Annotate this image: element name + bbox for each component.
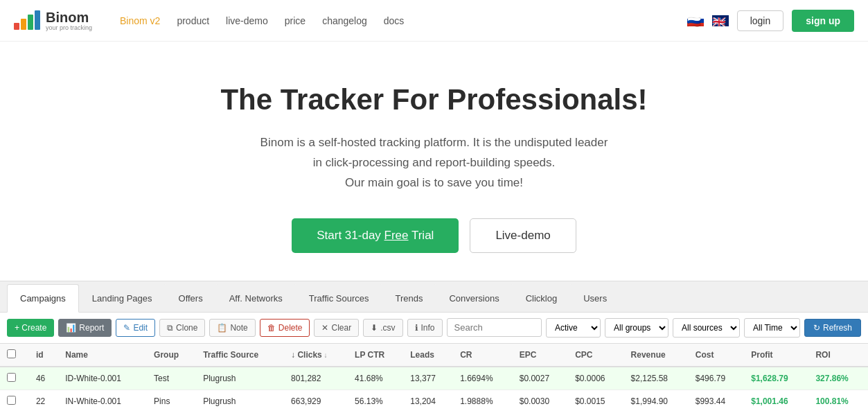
cell-revenue: $1,994.90 [624, 390, 689, 411]
info-button[interactable]: ℹ Info [407, 319, 443, 337]
create-button[interactable]: + Create [7, 319, 54, 337]
nav-changelog[interactable]: changelog [322, 15, 367, 26]
logo-bars [14, 10, 40, 30]
cell-leads: 13,377 [403, 367, 453, 390]
signup-button[interactable]: sign up [792, 10, 854, 32]
cell-cost: $993.44 [689, 390, 744, 411]
clone-button[interactable]: ⧉ Clone [159, 319, 205, 337]
th-clicks[interactable]: ↓ Clicks [284, 344, 348, 367]
cell-revenue: $2,125.58 [624, 367, 689, 390]
tab-campaigns[interactable]: Campaigns [7, 284, 79, 313]
nav-links: Binom v2 product live-demo price changel… [120, 15, 687, 26]
dashboard: Campaigns Landing Pages Offers Aff. Netw… [0, 281, 868, 411]
table-header: id Name Group Traffic Source ↓ Clicks LP… [0, 344, 868, 367]
cell-cost: $496.79 [689, 367, 744, 390]
th-leads: Leads [403, 344, 453, 367]
th-profit: Profit [744, 344, 808, 367]
row-checkbox[interactable] [7, 373, 16, 382]
logo: Binom your pro tracking [14, 10, 92, 32]
th-traffic-source: Traffic Source [196, 344, 284, 367]
logo-name: Binom [46, 10, 92, 25]
trial-button[interactable]: Start 31-day Free Trial [292, 218, 459, 253]
clone-icon: ⧉ [167, 323, 173, 333]
tab-aff-networks[interactable]: Aff. Networks [216, 284, 296, 312]
th-epc: EPC [513, 344, 568, 367]
tab-users[interactable]: Users [570, 284, 620, 312]
nav-right: 🇷🇺 🇬🇧 login sign up [687, 10, 854, 32]
delete-button[interactable]: 🗑 Delete [260, 319, 310, 337]
report-button[interactable]: 📊 Report [58, 319, 112, 337]
nav-binom-v2[interactable]: Binom v2 [120, 15, 160, 26]
cell-checkbox[interactable] [0, 367, 29, 390]
delete-icon: 🗑 [267, 323, 276, 333]
search-input[interactable] [447, 318, 542, 337]
cell-traffic-source: Plugrush [196, 367, 284, 390]
login-button[interactable]: login [737, 10, 784, 31]
clear-button[interactable]: ✕ Clear [314, 319, 359, 337]
groups-select[interactable]: All groups [605, 318, 668, 338]
note-icon: 📋 [217, 323, 227, 333]
sources-select[interactable]: All sources [673, 318, 740, 338]
refresh-label: Refresh [823, 323, 852, 333]
csv-button[interactable]: ⬇ .csv [363, 319, 402, 337]
refresh-button[interactable]: ↻ Refresh [804, 319, 861, 337]
flag-uk-icon[interactable]: 🇬🇧 [712, 15, 729, 26]
delete-label: Delete [278, 323, 303, 333]
tab-traffic-sources[interactable]: Traffic Sources [296, 284, 382, 312]
note-button[interactable]: 📋 Note [209, 319, 255, 337]
cell-cr: 1.9888% [453, 390, 513, 411]
edit-button[interactable]: ✎ Edit [116, 319, 155, 337]
time-select[interactable]: All Time [744, 318, 800, 338]
table-row[interactable]: 22 IN-White-0.001 Pins Plugrush 663,929 … [0, 390, 868, 411]
info-label: Info [421, 323, 435, 333]
cell-lp-ctr: 56.13% [348, 390, 403, 411]
cell-checkbox[interactable] [0, 390, 29, 411]
nav-product[interactable]: product [177, 15, 209, 26]
cell-clicks: 801,282 [284, 367, 348, 390]
row-checkbox[interactable] [7, 396, 16, 405]
cell-epc: $0.0027 [513, 367, 568, 390]
th-lp-ctr: LP CTR [348, 344, 403, 367]
note-label: Note [230, 323, 247, 333]
logo-sub: your pro tracking [46, 25, 92, 32]
bar2-icon [21, 19, 26, 30]
th-checkbox[interactable] [0, 344, 29, 367]
table-body: 46 ID-White-0.001 Test Plugrush 801,282 … [0, 367, 868, 411]
tab-offers[interactable]: Offers [166, 284, 216, 312]
nav-price[interactable]: price [285, 15, 305, 26]
cell-cpc: $0.0015 [568, 390, 623, 411]
cell-group: Test [147, 367, 196, 390]
cell-name: IN-White-0.001 [58, 390, 147, 411]
select-all-checkbox[interactable] [7, 349, 16, 358]
cell-roi: 327.86% [808, 367, 868, 390]
campaigns-table: id Name Group Traffic Source ↓ Clicks LP… [0, 344, 868, 411]
status-select[interactable]: Active Paused All [546, 318, 601, 338]
flag-ru-icon[interactable]: 🇷🇺 [687, 15, 704, 26]
tab-landing-pages[interactable]: Landing Pages [79, 284, 166, 312]
cell-lp-ctr: 41.68% [348, 367, 403, 390]
hero-section: The Tracker For Professionals! Binom is … [0, 42, 868, 281]
nav-docs[interactable]: docs [384, 15, 405, 26]
tab-clicklog[interactable]: Clicklog [513, 284, 571, 312]
hero-description: Binom is a self-hosted tracking platform… [14, 133, 854, 193]
report-label: Report [79, 323, 104, 333]
cell-roi: 100.81% [808, 390, 868, 411]
cell-leads: 13,204 [403, 390, 453, 411]
th-cpc: CPC [568, 344, 623, 367]
th-revenue: Revenue [624, 344, 689, 367]
th-cr: CR [453, 344, 513, 367]
cell-profit: $1,001.46 [744, 390, 808, 411]
nav-live-demo[interactable]: live-demo [226, 15, 268, 26]
refresh-icon: ↻ [813, 323, 820, 333]
cell-profit: $1,628.79 [744, 367, 808, 390]
cell-id: 46 [29, 367, 58, 390]
cell-cpc: $0.0006 [568, 367, 623, 390]
tab-trends[interactable]: Trends [382, 284, 436, 312]
th-id: id [29, 344, 58, 367]
livedemo-button[interactable]: Live-demo [470, 218, 576, 253]
table-row[interactable]: 46 ID-White-0.001 Test Plugrush 801,282 … [0, 367, 868, 390]
clear-icon: ✕ [321, 323, 328, 333]
tab-conversions[interactable]: Conversions [436, 284, 512, 312]
info-icon: ℹ [415, 323, 418, 333]
bar4-icon [35, 10, 40, 30]
